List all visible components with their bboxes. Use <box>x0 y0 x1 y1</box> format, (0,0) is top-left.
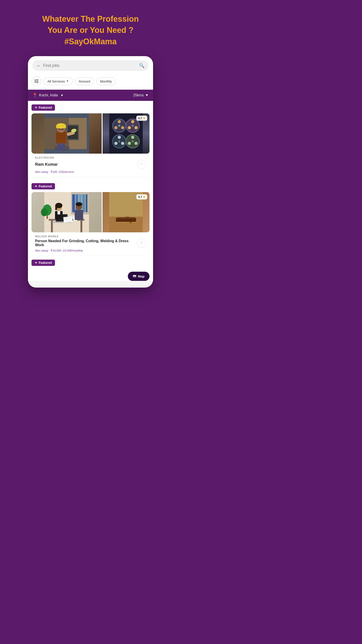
featured-star-icon-1: ✦ <box>35 106 37 109</box>
svg-point-36 <box>118 120 121 123</box>
svg-point-50 <box>121 142 124 145</box>
job-price-2: ₹14,000 -22,000/monthly <box>50 249 83 252</box>
svg-rect-94 <box>116 222 136 223</box>
svg-rect-2 <box>34 82 39 83</box>
featured-badge-1: ✦ Featured <box>31 104 55 111</box>
consultation-main-image <box>31 192 102 232</box>
svg-rect-13 <box>62 142 65 150</box>
svg-rect-81 <box>75 210 83 220</box>
rating-value-2: 4.7 <box>138 195 142 198</box>
job-title-row-2: Person Needed For Grinding, Cutting, Wel… <box>35 238 146 248</box>
all-services-label: All Services <box>47 80 65 83</box>
featured-section-3: ✦ Featured <box>28 256 153 268</box>
svg-rect-61 <box>72 194 75 212</box>
filter-icon-button[interactable] <box>31 76 41 86</box>
amount-label: Amount <box>79 80 90 83</box>
rating-badge-1: 4.7 ★ <box>136 116 147 121</box>
svg-rect-3 <box>37 79 37 80</box>
job-images-1: 4.7 ★ <box>31 113 149 154</box>
monthly-filter[interactable]: Monthly <box>96 77 116 85</box>
svg-point-45 <box>132 124 134 127</box>
svg-point-39 <box>118 124 120 127</box>
featured-badge-2: ✦ Featured <box>31 183 55 190</box>
search-input[interactable] <box>43 63 137 68</box>
favorite-button-2[interactable]: ♡ <box>137 238 146 248</box>
featured-label-2: Featured <box>39 184 52 188</box>
job-meta-1: 4km away · ₹140 -220/service <box>35 170 146 174</box>
job-title-row-1: Ram Kumar ♡ <box>35 160 146 169</box>
job-images-2: 4.7 ★ <box>31 192 149 232</box>
back-button[interactable]: ← <box>36 63 41 68</box>
location-section[interactable]: 📍 Kochi, India ▼ <box>32 93 63 98</box>
svg-point-43 <box>128 126 131 129</box>
svg-point-37 <box>114 126 117 129</box>
job-title-2: Person Needed For Grinding, Cutting, Wel… <box>35 239 129 247</box>
hero-line2: You Are or You Need ? <box>42 24 139 36</box>
app-wrapper: Whatever The Profession You Are or You N… <box>0 0 181 322</box>
featured-label-3: Featured <box>39 261 52 264</box>
map-button[interactable]: 🗺 Map <box>128 272 149 281</box>
svg-point-38 <box>121 126 124 129</box>
svg-rect-5 <box>37 82 37 83</box>
featured-star-icon-3: ✦ <box>35 261 37 264</box>
svg-point-54 <box>131 136 134 139</box>
location-pin-icon: 📍 <box>32 93 37 98</box>
job-info-2: WELDER WORKS Person Needed For Grinding,… <box>31 232 149 256</box>
rating-value-1: 4.7 <box>138 116 142 120</box>
svg-point-48 <box>118 136 121 139</box>
featured-section-2: ✦ Featured <box>28 180 153 256</box>
chevron-down-icon: ▼ <box>66 80 69 83</box>
job-price-1: ₹140 -220/service <box>50 170 74 174</box>
job-distance-2: 4km away <box>35 249 48 252</box>
svg-rect-68 <box>80 221 82 232</box>
distance-section[interactable]: 25kms ▼ <box>133 93 149 97</box>
distance-value: 25kms <box>133 93 144 97</box>
svg-point-51 <box>118 140 120 142</box>
hero-section: Whatever The Profession You Are or You N… <box>29 14 152 47</box>
amount-filter[interactable]: Amount <box>75 77 94 85</box>
svg-point-55 <box>128 142 131 145</box>
svg-rect-93 <box>117 217 135 219</box>
svg-rect-1 <box>34 81 39 82</box>
monthly-label: Monthly <box>100 80 112 83</box>
search-icon[interactable]: 🔍 <box>139 63 145 68</box>
svg-point-49 <box>114 142 117 145</box>
all-services-filter[interactable]: All Services ▼ <box>43 77 73 85</box>
favorite-button-1[interactable]: ♡ <box>137 160 146 169</box>
phone-card: ← 🔍 All Services ▼ <box>28 56 153 288</box>
svg-rect-4 <box>35 80 36 82</box>
gavel-secondary-image: 4.7 ★ <box>103 192 149 232</box>
rating-star-2: ★ <box>143 195 145 198</box>
electrician-main-image <box>31 113 102 154</box>
location-bar: 📍 Kochi, India ▼ 25kms ▼ <box>28 90 153 101</box>
svg-rect-30 <box>58 128 61 130</box>
distance-dropdown-icon: ▼ <box>145 93 149 97</box>
rating-badge-2: 4.7 ★ <box>136 194 147 200</box>
job-info-1: ELECTRICIAN Ram Kumar ♡ 4km away · ₹140 … <box>31 154 149 177</box>
svg-rect-65 <box>86 194 87 212</box>
featured-badge-3: ✦ Featured <box>31 260 55 266</box>
filter-row: All Services ▼ Amount Monthly <box>28 74 153 90</box>
svg-point-80 <box>75 202 82 206</box>
svg-rect-0 <box>34 80 39 80</box>
location-city: Kochi, India <box>39 93 58 97</box>
job-meta-2: 4km away · ₹14,000 -22,000/monthly <box>35 249 146 252</box>
svg-rect-64 <box>82 194 85 212</box>
map-label: Map <box>138 274 145 278</box>
rating-star-1: ★ <box>143 116 145 120</box>
svg-rect-29 <box>56 126 66 128</box>
map-icon: 🗺 <box>133 274 136 278</box>
job-category-2: WELDER WORKS <box>35 235 146 238</box>
location-dropdown-icon: ▼ <box>60 94 64 97</box>
hero-line1: Whatever The Profession <box>42 14 139 24</box>
job-distance-1: 4km away <box>35 170 48 174</box>
svg-rect-76 <box>55 206 57 210</box>
svg-rect-31 <box>61 128 64 130</box>
svg-point-42 <box>131 120 134 123</box>
job-title-1: Ram Kumar <box>35 162 58 167</box>
svg-point-57 <box>132 140 134 142</box>
featured-section-1: ✦ Featured <box>28 101 153 177</box>
search-bar: ← 🔍 <box>32 60 149 71</box>
featured-label-1: Featured <box>39 106 52 109</box>
svg-rect-82 <box>63 216 73 223</box>
